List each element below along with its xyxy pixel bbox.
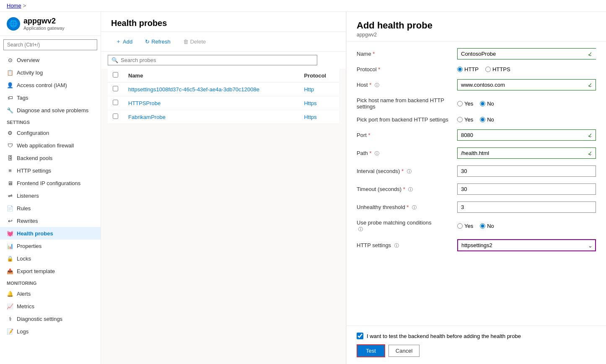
sidebar-item-diagnostic-settings[interactable]: ⚕ Diagnostic settings	[0, 312, 101, 325]
protocol-radio-group: HTTP HTTPS	[457, 66, 596, 72]
probe-matching-yes-radio[interactable]	[457, 223, 463, 229]
probe-matching-no-radio[interactable]	[480, 223, 485, 229]
name-field-row: Name * ✓	[357, 48, 596, 59]
sidebar-item-label: Diagnose and solve problems	[17, 107, 88, 114]
pick-port-no-option[interactable]: No	[480, 116, 494, 123]
http-settings-select[interactable]: httpsettings2	[457, 239, 596, 251]
sidebar-item-activity-log[interactable]: 📋 Activity log	[0, 66, 101, 79]
http-settings-field-row: HTTP settings ⓘ httpsettings2 ⌄	[357, 239, 596, 251]
row-checkbox[interactable]	[113, 100, 118, 105]
sidebar-item-label: Logs	[17, 328, 28, 335]
sidebar-search-input[interactable]	[3, 39, 97, 50]
sidebar-item-frontend-ip[interactable]: 🖥 Frontend IP configurations	[0, 177, 101, 189]
sidebar-item-health-probes[interactable]: 💓 Health probes	[0, 227, 101, 240]
sidebar-item-backend-pools[interactable]: 🗄 Backend pools	[0, 152, 101, 164]
timeout-label: Timeout (seconds) * ⓘ	[357, 186, 457, 193]
probe-protocol: Http	[304, 86, 314, 93]
http-settings-form-label: HTTP settings ⓘ	[357, 242, 457, 249]
delete-button[interactable]: 🗑 Delete	[179, 36, 211, 47]
host-input[interactable]	[457, 79, 596, 90]
sidebar-item-rules[interactable]: 📄 Rules	[0, 202, 101, 214]
pick-port-label: Pick port from backend HTTP settings	[357, 116, 457, 123]
add-button[interactable]: ＋ Add	[111, 35, 137, 48]
probes-table: Name Protocol httpsettings1008fd37c-46c5…	[108, 69, 339, 124]
sidebar-item-rewrites[interactable]: ↩ Rewrites	[0, 214, 101, 227]
sidebar-item-configuration[interactable]: ⚙ Configuration	[0, 126, 101, 139]
protocol-field-row: Protocol * HTTP HTTPS	[357, 66, 596, 72]
sidebar-item-http-settings[interactable]: ≡ HTTP settings	[0, 164, 101, 177]
sidebar-item-properties[interactable]: 📊 Properties	[0, 240, 101, 252]
protocol-http-option[interactable]: HTTP	[457, 66, 479, 72]
sidebar-item-label: Rewrites	[17, 218, 38, 224]
select-all-header	[108, 69, 123, 83]
sidebar-item-diagnose[interactable]: 🔧 Diagnose and solve problems	[0, 104, 101, 116]
sidebar-item-listeners[interactable]: ⇌ Listeners	[0, 189, 101, 202]
resource-name: appgwv2	[23, 17, 65, 26]
search-icon: 🔍	[111, 57, 118, 63]
probe-name-link[interactable]: httpsettings1008fd37c-46c5-43ef-ae4a-3db…	[128, 86, 259, 93]
path-input[interactable]	[457, 147, 596, 159]
sidebar-item-label: Properties	[17, 243, 41, 249]
row-checkbox[interactable]	[113, 86, 118, 91]
protocol-https-option[interactable]: HTTPS	[485, 66, 510, 72]
properties-icon: 📊	[7, 243, 13, 249]
probe-matching-row: Use probe matching conditions ⓘ Yes	[357, 219, 596, 232]
pick-port-radio-group: Yes No	[457, 116, 596, 123]
refresh-button[interactable]: ↻ Refresh	[140, 36, 175, 47]
sidebar-item-tags[interactable]: 🏷 Tags	[0, 91, 101, 104]
pick-host-row: Pick host name from backend HTTP setting…	[357, 97, 596, 110]
unhealthy-input[interactable]	[457, 201, 596, 213]
interval-field-container	[457, 165, 596, 177]
sidebar-item-alerts[interactable]: 🔔 Alerts	[0, 287, 101, 300]
pick-port-yes-option[interactable]: Yes	[457, 116, 473, 123]
timeout-input[interactable]	[457, 183, 596, 195]
waf-icon: 🛡	[7, 142, 13, 149]
probe-name-link[interactable]: HTTPSProbe	[128, 100, 161, 106]
pick-host-label: Pick host name from backend HTTP setting…	[357, 97, 457, 110]
probe-name-link[interactable]: FabrikamProbe	[128, 114, 166, 120]
row-checkbox[interactable]	[113, 114, 118, 119]
protocol-http-radio[interactable]	[457, 67, 463, 72]
sidebar-item-label: Alerts	[17, 291, 31, 297]
footer-buttons: Test Cancel	[357, 344, 596, 357]
sidebar-item-label: Tags	[17, 95, 28, 101]
protocol-https-radio[interactable]	[485, 67, 491, 72]
refresh-label: Refresh	[151, 39, 171, 45]
pick-host-yes-radio[interactable]	[457, 101, 463, 106]
sidebar-item-logs[interactable]: 📝 Logs	[0, 325, 101, 338]
alerts-icon: 🔔	[7, 290, 13, 297]
interval-input[interactable]	[457, 165, 596, 177]
pick-port-yes-radio[interactable]	[457, 117, 463, 122]
pick-port-no-radio[interactable]	[480, 117, 485, 122]
sidebar-item-access-control[interactable]: 👤 Access control (IAM)	[0, 79, 101, 91]
pick-host-no-option[interactable]: No	[480, 101, 494, 107]
breadcrumb-home[interactable]: Home	[7, 3, 21, 9]
sidebar-item-metrics[interactable]: 📈 Metrics	[0, 300, 101, 312]
pick-host-yes-option[interactable]: Yes	[457, 101, 473, 107]
probe-protocol: Https	[304, 114, 316, 120]
probe-matching-no-option[interactable]: No	[480, 223, 494, 229]
table-row: FabrikamProbe Https	[108, 110, 339, 124]
name-input[interactable]	[457, 48, 596, 59]
sidebar-item-export-template[interactable]: 📤 Export template	[0, 265, 101, 277]
pick-host-no-radio[interactable]	[480, 101, 485, 106]
name-label: Name *	[357, 51, 457, 57]
check-icon: ✓	[588, 82, 593, 88]
unhealthy-field-container	[457, 201, 596, 213]
search-probes-input[interactable]	[121, 57, 313, 63]
table-row: httpsettings1008fd37c-46c5-43ef-ae4a-3db…	[108, 83, 339, 96]
check-icon: ✓	[588, 51, 593, 57]
sidebar-item-waf[interactable]: 🛡 Web application firewall	[0, 139, 101, 152]
access-control-icon: 👤	[7, 82, 13, 88]
probe-matching-yes-option[interactable]: Yes	[457, 223, 473, 229]
sidebar-item-overview[interactable]: ⊙ Overview	[0, 54, 101, 66]
port-input[interactable]	[457, 129, 596, 141]
metrics-icon: 📈	[7, 303, 13, 310]
test-button[interactable]: Test	[357, 344, 385, 357]
select-all-checkbox[interactable]	[113, 72, 118, 77]
test-checkbox[interactable]	[357, 333, 363, 339]
cancel-button[interactable]: Cancel	[388, 345, 420, 357]
right-panel: Add health probe appgwv2 Name * ✓	[346, 12, 606, 364]
sidebar-item-locks[interactable]: 🔒 Locks	[0, 252, 101, 265]
timeout-field-container	[457, 183, 596, 195]
